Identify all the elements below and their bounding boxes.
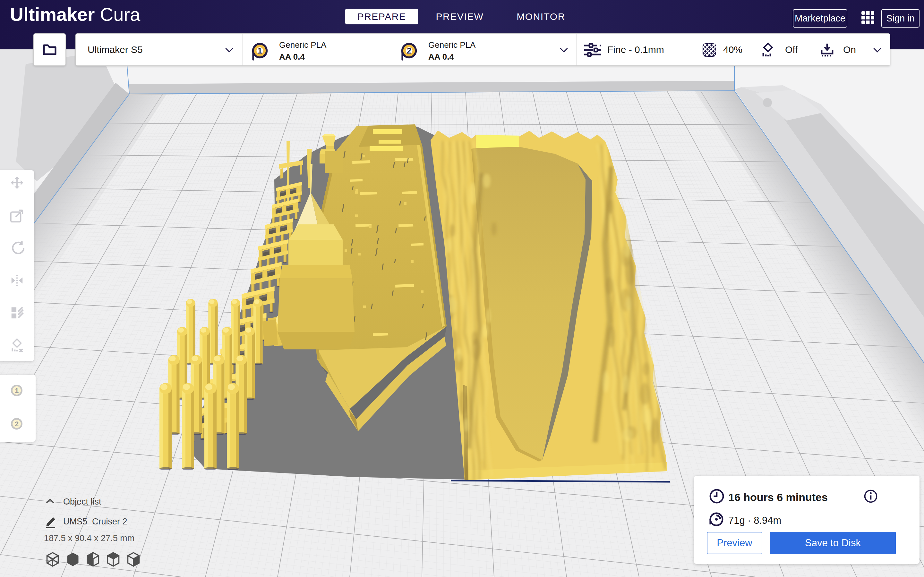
svg-text:2: 2 xyxy=(407,46,411,55)
svg-text:1: 1 xyxy=(258,46,262,55)
